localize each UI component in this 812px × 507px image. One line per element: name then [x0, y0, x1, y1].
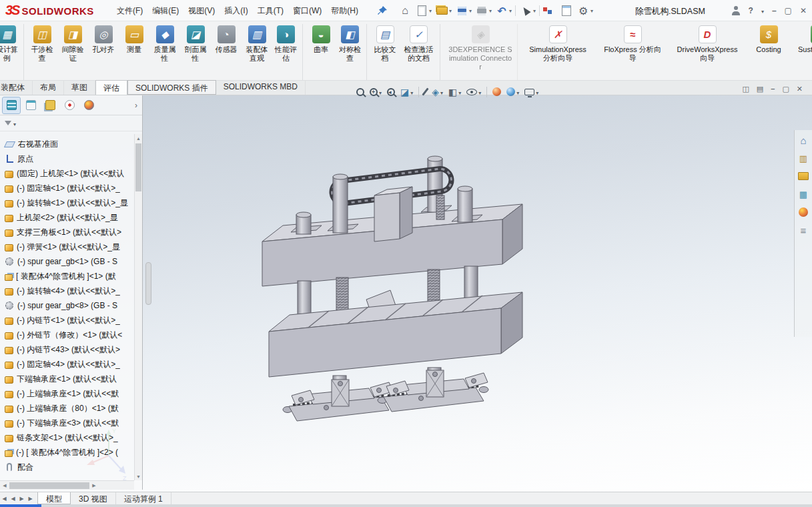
tree-item-subassembly[interactable]: [ 装配体4^除雪机构 ]<1> (默 [0, 269, 134, 284]
scroll-down-icon[interactable]: ▼ [135, 472, 142, 480]
design-library-icon[interactable] [797, 152, 809, 164]
hide-show-items-icon[interactable] [466, 87, 481, 97]
interference-detection-tool[interactable]: ◫ 干涉检查 [27, 24, 57, 80]
clearance-verification-tool[interactable]: ◨ 间隙验证 [57, 24, 88, 80]
tab-evaluate[interactable]: 评估 [95, 80, 127, 95]
scroll-up-icon[interactable]: ▲ [135, 134, 142, 142]
tree-item-mates[interactable]: 配合 [0, 460, 134, 474]
edit-appearance-icon[interactable] [492, 87, 501, 96]
document-minimize-icon[interactable] [771, 85, 775, 93]
section-view-icon[interactable]: ◪ [400, 87, 413, 97]
tree-item-component[interactable]: (-) 弹簧<1> (默认<<默认>_显 [0, 239, 134, 254]
menu-item[interactable]: 插入(I) [220, 5, 252, 17]
tab-solidworks-addins[interactable]: SOLIDWORKS 插件 [127, 80, 216, 95]
zoom-fit-icon[interactable] [356, 88, 364, 96]
tree-item-plane[interactable]: 右视基准面 [0, 137, 134, 151]
scroll-last-icon[interactable]: ▶ [26, 496, 35, 502]
pin-menu-icon[interactable] [377, 5, 388, 16]
check-active-document-tool[interactable]: ✓ 检查激活的文档 [400, 24, 440, 80]
filter-dropdown-icon[interactable] [13, 119, 16, 128]
simulationxpress-wizard[interactable]: ✗ SimulationXpress 分析向导 [520, 24, 595, 80]
design-study-tool[interactable]: ▦ 设计算例 [0, 24, 24, 80]
tree-vertical-scrollbar[interactable]: ▲ ▼ [134, 134, 142, 480]
property-manager-tab[interactable] [22, 97, 39, 113]
menu-item[interactable]: 帮助(H) [326, 5, 363, 17]
tab-model[interactable]: 模型 [37, 492, 71, 504]
help-dropdown-icon[interactable] [761, 6, 764, 15]
costing-tool[interactable]: $ Costing [745, 24, 793, 80]
tree-item-component[interactable]: (固定) 上机架<1> (默认<<默认 [0, 166, 134, 181]
compare-documents-tool[interactable]: ▤ 比较文档 [370, 24, 400, 80]
tree-item-origin[interactable]: 原点 [0, 151, 134, 166]
separator[interactable] [514, 3, 516, 19]
save-icon[interactable] [454, 3, 472, 19]
scroll-left-icon[interactable]: ◀ [0, 483, 9, 488]
zoom-area-icon[interactable] [370, 87, 382, 97]
dimxpert-manager-tab[interactable] [61, 97, 78, 113]
configuration-manager-tab[interactable] [41, 97, 59, 113]
scroll-first-icon[interactable]: ◀ [0, 496, 9, 502]
custom-properties-icon[interactable] [797, 224, 809, 236]
scrollbar-thumb[interactable] [135, 143, 141, 191]
3dexperience-simulation-connector[interactable]: ◈ 3DEXPERIENCE Simulation Connector [443, 24, 518, 80]
tree-item-component[interactable]: 上机架<2> (默认<<默认>_显 [0, 210, 134, 225]
tree-item-component[interactable]: (-) 旋转轴<1> (默认<<默认>_显 [0, 195, 134, 210]
tree-item-component[interactable]: (-) 内链节<1> (默认<<默认>_ [0, 313, 134, 328]
pane-left-icon[interactable] [742, 85, 749, 93]
section-properties-tool[interactable]: ◪ 剖面属性 [180, 24, 211, 80]
view-palette-icon[interactable] [797, 188, 809, 200]
pane-right-icon[interactable] [757, 85, 763, 93]
tab-solidworks-mbd[interactable]: SOLIDWORKS MBD [216, 80, 306, 95]
minimize-window-icon[interactable] [772, 6, 777, 15]
view-settings-icon[interactable] [524, 87, 538, 97]
driveworksxpress-wizard[interactable]: D DriveWorksXpress 向导 [670, 24, 745, 80]
tree-item-component[interactable]: (-) 下端轴承座<3> (默认<<默 [0, 416, 134, 430]
tree-item-component[interactable]: (-) 上端轴承座<1> (默认<<默 [0, 386, 134, 401]
display-manager-tab[interactable] [80, 97, 97, 113]
undo-icon[interactable] [494, 3, 512, 19]
menu-item[interactable]: 窗口(W) [288, 5, 326, 17]
sensor-tool[interactable]: ◔ 传感器 [211, 24, 242, 80]
panel-splitter-handle[interactable] [145, 262, 151, 305]
tab-3d-views[interactable]: 3D 视图 [71, 492, 116, 504]
options-icon[interactable] [576, 3, 594, 19]
annotation-views-icon[interactable] [424, 87, 426, 96]
scroll-right-icon[interactable]: ▶ [89, 483, 99, 488]
tree-item-component[interactable]: (-) 固定轴<4> (默认<<默认>_ [0, 357, 134, 372]
menu-item[interactable]: 工具(T) [253, 5, 288, 17]
menu-item[interactable]: 文件(F) [112, 5, 147, 17]
scrollbar-thumb[interactable] [9, 482, 89, 489]
menu-item[interactable]: 编辑(E) [147, 5, 183, 17]
floxpress-wizard[interactable]: ≈ FloXpress 分析向导 [595, 24, 670, 80]
tree-item-component[interactable]: (-) spur gear_gb<8> (GB - S [0, 298, 134, 313]
close-window-icon[interactable] [800, 6, 807, 15]
menu-item[interactable]: 视图(V) [183, 5, 220, 17]
tree-item-component[interactable]: (-) 上端轴承座（80）<1> (默 [0, 401, 134, 416]
tree-item-subassembly[interactable]: (-) [ 装配体4^除雪机构 ]<2> ( [0, 445, 134, 460]
rebuild-icon[interactable] [542, 3, 557, 19]
symmetry-check-tool[interactable]: ◧ 对称检查 [336, 24, 367, 80]
measure-tool[interactable]: ▭ 测量 [119, 24, 149, 80]
tree-horizontal-scrollbar[interactable]: ◀ ▶ [0, 480, 134, 490]
appearances-icon[interactable] [797, 206, 809, 218]
tree-item-component[interactable]: 下端轴承座<1> (默认<<默认 [0, 372, 134, 386]
feature-manager-tab[interactable] [3, 97, 20, 113]
document-close-icon[interactable] [797, 85, 803, 93]
tree-item-component[interactable]: (-) 旋转轴<4> (默认<<默认>_ [0, 284, 134, 298]
tree-item-component[interactable]: (-) 内链节<43> (默认<<默认> [0, 342, 134, 357]
filter-icon[interactable] [5, 121, 11, 125]
open-icon[interactable] [434, 3, 452, 19]
file-explorer-icon[interactable] [797, 170, 809, 182]
scroll-next-icon[interactable]: ▶ [17, 496, 26, 502]
mass-properties-tool[interactable]: ◆ 质量属性 [149, 24, 180, 80]
tree-item-component[interactable]: (-) spur gear_gb<1> (GB - S [0, 254, 134, 269]
assembly-visualization-tool[interactable]: ▥ 装配体直观 [242, 24, 272, 80]
scroll-prev-icon[interactable]: ◀ [9, 496, 17, 502]
print-icon[interactable] [474, 3, 492, 19]
tab-assembly[interactable]: 装配体 [0, 80, 33, 95]
restore-window-icon[interactable] [785, 6, 792, 15]
tree-item-component[interactable]: (-) 外链节（修改）<1> (默认< [0, 328, 134, 342]
select-icon[interactable] [518, 3, 536, 19]
separator[interactable] [538, 3, 540, 19]
file-properties-icon[interactable] [559, 3, 574, 19]
